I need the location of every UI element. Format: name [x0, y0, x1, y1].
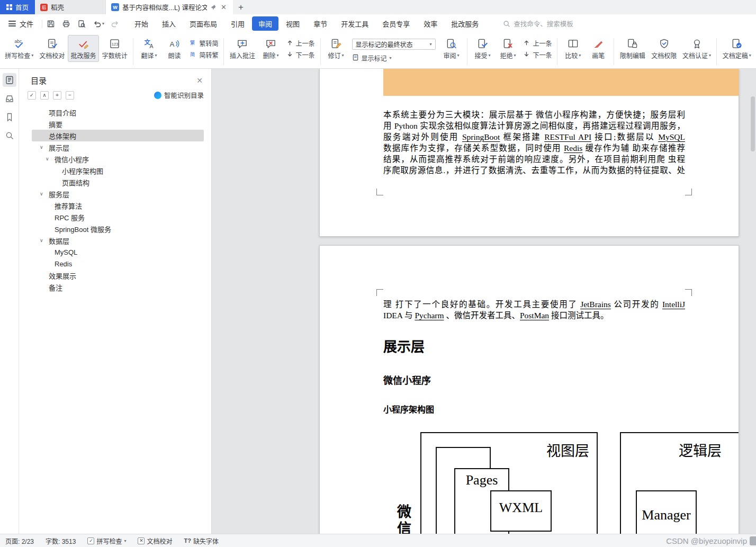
- ribbon-small-next-button[interactable]: 下一条: [286, 50, 315, 59]
- redo-button[interactable]: [111, 20, 120, 28]
- toc-item-15[interactable]: 备注: [32, 281, 204, 293]
- show-markup-state-select[interactable]: 显示标记的最终状态▾: [352, 39, 436, 50]
- file-menu-button[interactable]: 文件: [4, 19, 38, 29]
- new-tab-button[interactable]: +: [233, 0, 249, 14]
- ribbon-comment-button[interactable]: 插入批注: [227, 35, 258, 62]
- menu-tab-0[interactable]: 开始: [128, 16, 155, 31]
- drawer-icon[interactable]: [3, 92, 16, 105]
- toc-item-2[interactable]: 总体架构: [32, 130, 204, 141]
- ribbon-spellcheck-button[interactable]: abc拼写检查▾: [2, 35, 37, 62]
- toc-item-12[interactable]: MySQL: [32, 246, 204, 258]
- toc-item-3[interactable]: ∨展示层: [32, 141, 204, 153]
- toc-item-10[interactable]: SpringBoot 微服务: [32, 223, 204, 235]
- menu-tab-6[interactable]: 章节: [307, 16, 334, 31]
- ribbon-review-button[interactable]: 审阅▾: [439, 35, 464, 62]
- toc-item-9[interactable]: RPC 服务: [32, 211, 204, 223]
- toc-item-11[interactable]: ∨数据层: [32, 235, 204, 246]
- tab-docer[interactable]: 稻 稻壳: [35, 0, 106, 14]
- menu-tab-10[interactable]: 批改服务: [445, 16, 485, 31]
- vertical-scrollbar[interactable]: [751, 71, 755, 532]
- toc-item-1[interactable]: 摘要: [32, 118, 204, 130]
- toc-item-7[interactable]: ∨服务层: [32, 188, 204, 200]
- toc-item-8[interactable]: 推荐算法: [32, 200, 204, 211]
- ribbon-speak-button[interactable]: A朗读: [161, 35, 187, 62]
- ribbon-small-jian-button[interactable]: 简简转繁: [190, 50, 218, 59]
- diagram-wxml-box: WXML: [490, 490, 552, 532]
- status-spell-check[interactable]: ✓ 拼写检查 ▾: [87, 536, 126, 545]
- chevron-down-icon: ▾: [277, 53, 279, 58]
- tab-close-icon[interactable]: ✕: [220, 3, 228, 11]
- search-panel-icon[interactable]: [3, 129, 16, 142]
- tab-document-title: 基于内容相似度...L) 课程论文: [122, 2, 207, 12]
- smart-toc-button[interactable]: 智能识别目录: [154, 90, 204, 100]
- tab-document[interactable]: W 基于内容相似度...L) 课程论文 ✕: [106, 0, 233, 14]
- print-preview-button[interactable]: [77, 20, 86, 28]
- svg-text:简: 简: [190, 51, 195, 57]
- bookmark-icon[interactable]: [3, 110, 16, 124]
- ribbon-small-prev-button[interactable]: 上一条: [523, 39, 552, 48]
- undo-dropdown-caret[interactable]: ▾: [102, 21, 104, 26]
- chevron-down-icon[interactable]: ∨: [40, 238, 49, 243]
- chevron-down-icon: ▾: [390, 56, 392, 60]
- toc-item-label: MySQL: [55, 248, 77, 256]
- ribbon-perms-button[interactable]: 文档权限: [649, 35, 680, 62]
- print-button[interactable]: [62, 20, 70, 28]
- margin-mark: [685, 289, 692, 296]
- toc-collapse-tool[interactable]: ∧: [40, 91, 49, 100]
- menu-tab-9[interactable]: 效率: [417, 16, 444, 31]
- show-markup-button[interactable]: 显示标记▾: [352, 53, 436, 62]
- ribbon-track-button[interactable]: 修订▾: [323, 35, 349, 62]
- undo-button[interactable]: ▾: [93, 20, 104, 28]
- menu-tab-5[interactable]: 视图: [280, 16, 306, 31]
- ribbon-pen-button[interactable]: 画笔: [586, 35, 611, 62]
- toc-item-14[interactable]: 效果展示: [32, 270, 204, 281]
- ribbon-compare-button[interactable]: 比较▾: [560, 35, 586, 62]
- menu-tab-8[interactable]: 会员专享: [376, 16, 416, 31]
- next-icon: [523, 51, 530, 59]
- paragraph: 本系统主要分为三大模块：展示层基于 微信小程序构建，方便快捷；服务层利用 Pyt…: [383, 110, 685, 176]
- ribbon-restrict-button[interactable]: 限制编辑: [617, 35, 648, 62]
- menu-tab-3[interactable]: 引用: [224, 16, 251, 31]
- document-page-2[interactable]: 理 打下了一个良好的基础。开发工具主要使用了 JetBrains 公司开发的 I…: [319, 245, 739, 534]
- ribbon-accept-button[interactable]: 接受▾: [470, 35, 495, 62]
- toc-item-4[interactable]: ∨微信小程序: [32, 153, 204, 165]
- ribbon-delcomment-button[interactable]: 删除▾: [258, 35, 284, 62]
- command-search[interactable]: 查找命令、搜索模板: [503, 19, 573, 29]
- spellcheck-icon: abc: [14, 38, 25, 50]
- ribbon-translate-button[interactable]: 文A翻译▾: [136, 35, 161, 62]
- ribbon-small-next-button[interactable]: 下一条: [523, 50, 552, 59]
- tab-home[interactable]: 首页: [0, 0, 35, 14]
- ribbon-small-fan-button[interactable]: 繁繁转简: [190, 39, 218, 48]
- toc-collapse-all-tool[interactable]: −: [66, 91, 74, 100]
- toc-item-13[interactable]: Redis: [32, 258, 204, 270]
- toc-item-6[interactable]: 页面结构: [32, 176, 204, 188]
- ribbon-grade-button[interactable]: 批改服务: [68, 35, 99, 62]
- menu-tab-2[interactable]: 页面布局: [183, 16, 223, 31]
- menu-tab-1[interactable]: 插入: [156, 16, 182, 31]
- ribbon-wordcount-button[interactable]: 123字数统计: [99, 35, 130, 62]
- ribbon-cert-button[interactable]: 文档认证▾: [680, 35, 714, 62]
- save-button[interactable]: [47, 20, 55, 28]
- document-page-1[interactable]: 本系统主要分为三大模块：展示层基于 微信小程序构建，方便快捷；服务层利用 Pyt…: [319, 69, 739, 237]
- status-doc-proof[interactable]: ✕ 文档校对: [138, 536, 172, 545]
- status-missing-font[interactable]: T? 缺失字体: [184, 536, 218, 545]
- ribbon-small-prev-button[interactable]: 上一条: [286, 39, 315, 48]
- ribbon-doccheck-button[interactable]: 文档校对: [37, 35, 68, 62]
- toc-panel-toggle[interactable]: [3, 73, 16, 87]
- toc-item-5[interactable]: 小程序架构图: [32, 165, 204, 176]
- menu-tab-4[interactable]: 审阅: [252, 16, 278, 31]
- toc-item-0[interactable]: 项目介绍: [32, 106, 204, 118]
- menu-tab-7[interactable]: 开发工具: [335, 16, 375, 31]
- doc-line: 用 Python 实现余弦相似度算法计算房源之间相似度，再搭建远程过程调用服务，: [383, 121, 685, 132]
- pin-icon[interactable]: [210, 4, 217, 11]
- chevron-down-icon[interactable]: ∨: [46, 156, 55, 162]
- scrollbar-thumb[interactable]: [751, 96, 755, 151]
- toc-select-tool[interactable]: ✓: [28, 91, 36, 100]
- ribbon-reject-button[interactable]: 拒绝▾: [495, 35, 520, 62]
- toc-close-icon[interactable]: ✕: [196, 76, 203, 85]
- chevron-down-icon[interactable]: ∨: [40, 191, 49, 196]
- ribbon-final-button[interactable]: 文档定稿▾: [719, 35, 754, 62]
- toc-expand-all-tool[interactable]: +: [53, 91, 61, 100]
- diagram-side-label: 微信: [393, 504, 413, 534]
- chevron-down-icon[interactable]: ∨: [40, 145, 49, 150]
